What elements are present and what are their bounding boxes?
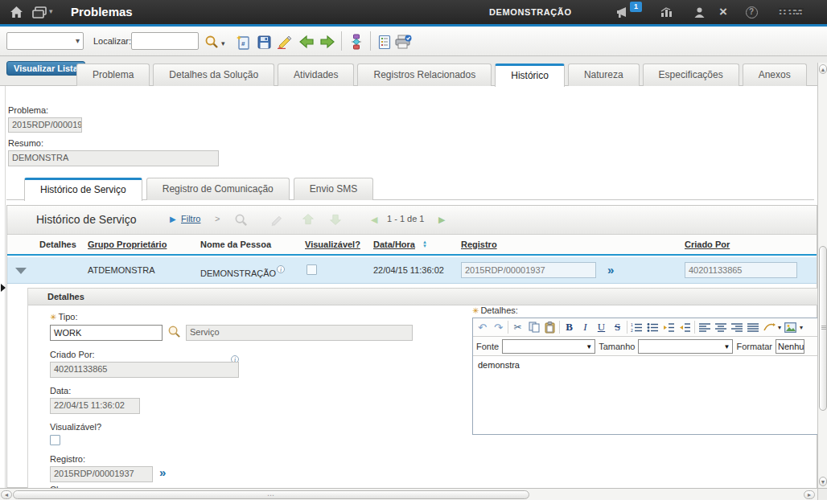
find-input[interactable] — [131, 32, 199, 50]
sort-icon[interactable]: ▲▼ — [422, 240, 427, 248]
bold-icon[interactable]: B — [562, 321, 576, 334]
col-nome-da-pessoa: Nome da Pessoa — [200, 240, 271, 249]
cut-icon[interactable]: ✂ — [511, 321, 525, 334]
announcements-icon[interactable] — [614, 5, 632, 19]
goto-apps-icon[interactable] — [31, 5, 48, 19]
scroll-up-icon[interactable]: ▲ — [819, 64, 827, 74]
sign-out-icon[interactable]: × — [714, 5, 732, 19]
clear-changes-icon[interactable] — [275, 33, 293, 51]
new-record-icon[interactable]: # — [234, 33, 252, 51]
next-page-icon[interactable]: ▶ — [438, 215, 445, 225]
col-visualizavel[interactable]: Visualizável? — [305, 240, 360, 249]
col-data-hora[interactable]: Data/Hora — [373, 240, 415, 249]
align-left-icon[interactable] — [697, 321, 711, 334]
move-down-icon — [329, 213, 342, 229]
image-icon[interactable] — [784, 321, 797, 334]
table-row[interactable]: ATDEMONSTRA DEMONSTRAÇÃOi 22/04/15 11:36… — [7, 257, 817, 284]
criado-por-label: Criado Por: — [50, 350, 95, 359]
align-right-icon[interactable] — [730, 321, 743, 334]
profile-icon[interactable] — [690, 5, 708, 19]
copy-icon[interactable] — [527, 321, 541, 334]
tipo-lookup-icon[interactable] — [167, 325, 181, 342]
col-detalhes: Detalhes — [39, 240, 76, 249]
tab-historico[interactable]: Histórico — [495, 64, 565, 87]
filter-link[interactable]: Filtro — [181, 214, 200, 223]
link-caret-icon[interactable]: ▾ — [778, 324, 781, 331]
filter-expand-icon[interactable]: ▶ — [170, 215, 176, 223]
scroll-down-icon[interactable]: ▼ — [819, 477, 827, 486]
indent-icon[interactable] — [662, 321, 676, 334]
align-justify-icon[interactable] — [746, 321, 759, 334]
scroll-left-icon[interactable]: ◂ — [1, 490, 12, 499]
action-toolbar: ▾ Localizar: ▾ # — [0, 27, 827, 56]
outdent-icon[interactable] — [678, 321, 692, 334]
table-edit-icon — [269, 213, 283, 230]
data-label: Data: — [50, 386, 71, 395]
horizontal-scroll-thumb[interactable]: ⋯ — [13, 490, 529, 499]
required-icon: ✳ — [50, 313, 56, 322]
tamanho-select[interactable]: ▼ — [638, 339, 733, 354]
ordered-list-icon[interactable]: 12 — [630, 321, 644, 334]
rich-text-editor: ↶ ↷ ✂ B I U S — [472, 318, 818, 435]
action-select[interactable]: ▾ — [6, 32, 84, 50]
home-icon[interactable] — [7, 5, 25, 19]
registro-detail-menu-icon[interactable]: » — [607, 263, 614, 277]
subtab-historico-de-servico[interactable]: Histórico de Serviço — [24, 178, 142, 201]
formatar-select[interactable]: Nenhum — [776, 339, 804, 354]
col-grupo-proprietario[interactable]: Grupo Proprietário — [88, 240, 167, 249]
bullet-list-icon[interactable] — [646, 321, 660, 334]
col-criado-por[interactable]: Criado Por — [685, 240, 730, 249]
registro-detail-menu-icon[interactable]: » — [159, 465, 166, 479]
help-icon[interactable]: ? — [743, 5, 760, 19]
data-field: 22/04/15 11:36:02 — [50, 398, 140, 414]
redo-icon[interactable]: ↷ — [492, 321, 505, 334]
view-list-button[interactable]: Visualizar Lista — [6, 61, 85, 76]
goto-caret-icon[interactable]: ▾ — [49, 7, 53, 15]
row-visualizavel-checkbox[interactable] — [307, 264, 317, 275]
tab-registros-relacionados[interactable]: Registros Relacionados — [357, 64, 492, 86]
tab-natureza[interactable]: Natureza — [568, 64, 640, 86]
save-icon[interactable] — [255, 33, 273, 51]
vertical-scrollbar[interactable]: ▲ ▼ — [817, 63, 827, 488]
reports-icon[interactable] — [376, 33, 393, 51]
collapse-row-icon[interactable] — [15, 268, 27, 274]
strikethrough-icon[interactable]: S — [611, 321, 624, 334]
workflow-icon[interactable] — [348, 33, 365, 51]
tab-problema[interactable]: Problema — [76, 64, 150, 86]
print-icon[interactable] — [394, 33, 412, 51]
resumo-field: DEMONSTRA — [8, 150, 219, 166]
align-center-icon[interactable] — [714, 321, 727, 334]
tab-detalhes-da-solucao[interactable]: Detalhes da Solução — [153, 64, 274, 86]
horizontal-scrollbar[interactable]: ◂ ⋯ ▸ — [0, 488, 817, 500]
next-record-icon[interactable] — [319, 33, 336, 51]
underline-icon[interactable]: U — [595, 321, 608, 334]
scrollbar-corner — [817, 488, 827, 500]
tab-especificacoes[interactable]: Especificações — [643, 64, 739, 86]
tipo-input[interactable]: WORK — [50, 325, 163, 341]
subtab-envio-sms[interactable]: Envio SMS — [294, 178, 373, 200]
undo-icon[interactable]: ↶ — [475, 321, 489, 334]
search-icon[interactable] — [203, 33, 220, 51]
col-registro[interactable]: Registro — [461, 240, 497, 249]
tab-atividades[interactable]: Atividades — [278, 64, 354, 86]
visualizavel-label: Visualizável? — [50, 422, 101, 432]
fonte-select[interactable]: ▼ — [502, 339, 595, 354]
row-selector-icon — [1, 284, 6, 292]
rte-content[interactable]: demonstra — [473, 356, 817, 434]
toolbar-separator — [370, 31, 371, 51]
tab-anexos[interactable]: Anexos — [743, 64, 807, 86]
rte-font-toolbar: Fonte ▼ Tamanho ▼ Formatar Nenhum — [473, 337, 817, 356]
vertical-scroll-thumb[interactable] — [819, 246, 827, 411]
italic-icon[interactable]: I — [578, 321, 592, 334]
paste-icon[interactable] — [543, 321, 557, 334]
link-icon[interactable] — [762, 321, 776, 334]
search-caret-icon[interactable]: ▾ — [221, 39, 225, 47]
image-caret-icon[interactable]: ▾ — [800, 324, 803, 331]
reports-chart-icon[interactable] — [658, 5, 676, 19]
visualizavel-checkbox[interactable] — [50, 435, 60, 445]
info-icon[interactable]: i — [277, 265, 285, 273]
row-details-region: Detalhes ✳Tipo: WORK Serviço Criado Por:… — [27, 288, 817, 489]
previous-record-icon[interactable] — [298, 33, 315, 51]
subtab-registro-de-comunicacao[interactable]: Registro de Comunicação — [146, 178, 290, 200]
scroll-right-icon[interactable]: ▸ — [804, 490, 815, 499]
